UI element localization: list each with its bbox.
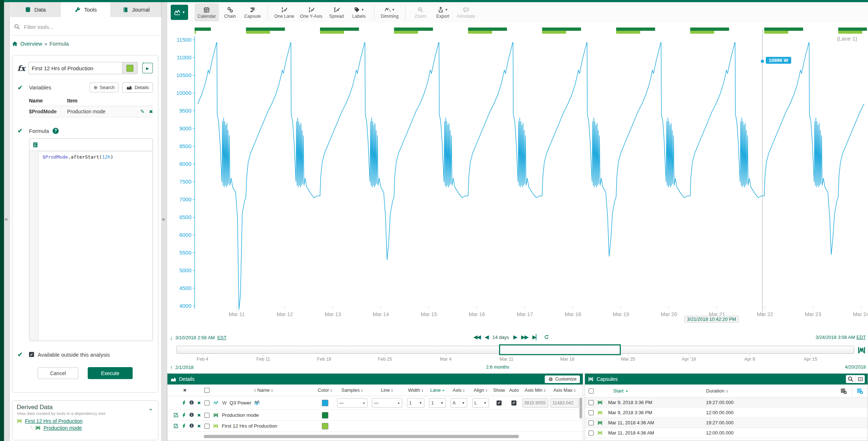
capsule-row[interactable]: Mar 11, 2018 4:36 AM 12:00:00.000	[585, 428, 868, 438]
details-col-min[interactable]: Axis Min▲▼	[521, 387, 549, 393]
tab-journal[interactable]: Journal	[111, 2, 161, 17]
breadcrumb-overview[interactable]: Overview	[20, 41, 42, 47]
capsules-collapse-icon[interactable]	[855, 375, 865, 383]
home-icon[interactable]	[12, 41, 18, 47]
step-forward-full-icon[interactable]: ▶▶	[521, 334, 528, 340]
remove-icon[interactable]: ✖	[197, 413, 201, 418]
row-checkbox[interactable]	[204, 413, 209, 418]
toolbar-capsule-button[interactable]: Capsule	[241, 3, 264, 21]
available-checkbox[interactable]: ✔	[29, 352, 34, 357]
edit-icon[interactable]	[173, 412, 179, 418]
step-to-end-icon[interactable]: ▶▏	[532, 334, 539, 340]
formula-name-input[interactable]	[28, 62, 122, 74]
collapse-sidebar-icon[interactable]: «	[162, 216, 165, 222]
left-collapse-gutter[interactable]: «	[4, 0, 10, 441]
axis-max-value[interactable]: 11483.042	[551, 398, 579, 408]
details-col-rowicons[interactable]: ✖	[167, 388, 202, 393]
add-stat-column-icon[interactable]	[857, 388, 863, 394]
item-name[interactable]: Production mode	[222, 412, 259, 418]
toolbar-chain-button[interactable]: Chain	[219, 3, 241, 21]
execute-button[interactable]: Execute	[88, 367, 133, 379]
stacked-waves-icon[interactable]	[254, 400, 260, 406]
remove-variable-icon[interactable]: ✖	[149, 109, 153, 114]
details-col-max[interactable]: Axis Max▲▼	[549, 387, 580, 393]
bolt-icon[interactable]	[181, 400, 187, 406]
toolbar-one-lane-button[interactable]: One Lane	[271, 3, 297, 21]
capsule-row[interactable]: Mar 9, 2018 3:36 PM 19:27:00.000	[585, 398, 868, 408]
show-checkbox[interactable]: ✔	[497, 400, 502, 406]
toolbar-calendar-button[interactable]: Calendar	[195, 3, 219, 21]
color-swatch[interactable]	[322, 400, 328, 406]
details-col-name[interactable]: ▲▼Name▲▼	[212, 387, 315, 393]
cancel-button[interactable]: Cancel	[38, 367, 78, 379]
details-col-color[interactable]: Color▲▼	[315, 387, 335, 393]
sidebar-collapse-gutter[interactable]: «	[161, 0, 167, 441]
trend-chart[interactable]: 1150011000105001000095009000850080007500…	[167, 22, 868, 332]
capsule-time-icon[interactable]	[857, 345, 867, 356]
select-all-checkbox[interactable]	[204, 388, 209, 393]
formula-code[interactable]: $ProdMode.afterStart(12h)	[39, 151, 117, 341]
bolt-icon[interactable]	[181, 412, 187, 418]
auto-checkbox[interactable]: ✔	[511, 400, 516, 406]
chevron-down-icon[interactable]: ⌄	[148, 405, 153, 412]
item-name[interactable]: First 12 Hrs of Production	[222, 423, 277, 429]
vertical-scrollbar[interactable]	[580, 398, 582, 419]
details-col-lane[interactable]: Lane▲	[427, 387, 448, 393]
capsule-checkbox[interactable]	[589, 400, 594, 405]
remove-all-icon[interactable]: ✖	[183, 388, 187, 393]
toolbar-export-button[interactable]: ▼Export	[432, 3, 454, 21]
details-col-line[interactable]: Line▲▼	[370, 387, 404, 393]
toolbar-labels-button[interactable]: ▼Labels	[348, 3, 370, 21]
edit-icon[interactable]	[173, 423, 179, 429]
color-swatch[interactable]	[322, 412, 328, 419]
info-icon[interactable]	[189, 423, 195, 429]
color-swatch-button[interactable]	[122, 62, 138, 74]
select-all-checkbox[interactable]	[589, 388, 594, 394]
capsule-checkbox[interactable]	[589, 430, 594, 436]
derived-item-link[interactable]: Production mode	[43, 425, 82, 431]
help-icon[interactable]: ?	[53, 128, 59, 134]
view-mode-dropdown[interactable]: ▼	[171, 5, 188, 20]
capsule-checkbox[interactable]	[589, 410, 594, 415]
customize-button[interactable]: Customize	[545, 375, 580, 383]
variables-search-button[interactable]: ⊕ Search	[90, 83, 119, 92]
step-back-full-icon[interactable]: ◀◀	[473, 334, 480, 340]
capsule-row[interactable]: Mar 11, 2018 4:36 AM 19:27:00.000	[585, 418, 868, 428]
sort-asc-icon[interactable]: ▲	[626, 389, 628, 392]
scrub-start-arrow-icon[interactable]: ↑	[170, 364, 173, 370]
toolbar-one-y-axis-button[interactable]: One Y-Axis	[297, 3, 325, 21]
capsules-col-duration[interactable]: Duration	[706, 388, 724, 394]
range-end-timezone[interactable]: EDT	[856, 335, 866, 340]
range-start-arrow-icon[interactable]: ↓	[170, 335, 173, 341]
scrubber-selection[interactable]	[499, 344, 621, 355]
details-col-width[interactable]: Width▲▼	[404, 387, 427, 393]
capsules-zoom-icon[interactable]	[846, 375, 855, 383]
info-icon[interactable]	[189, 400, 195, 406]
toolbar-spread-button[interactable]: Spread	[325, 3, 348, 21]
tab-data[interactable]: Data	[10, 2, 61, 17]
formula-doc-icon[interactable]	[32, 142, 38, 148]
formula-editor[interactable]: $ProdMode.afterStart(12h)	[29, 138, 153, 341]
item-name[interactable]: Q3 Power	[229, 400, 251, 406]
details-col-auto[interactable]: Auto	[507, 387, 521, 393]
remove-icon[interactable]: ✖	[197, 424, 201, 429]
axis-min-value[interactable]: 3815.9055	[522, 398, 548, 408]
variables-details-button[interactable]: Details	[122, 82, 153, 93]
horizontal-scrollbar[interactable]	[204, 435, 519, 438]
tab-tools[interactable]: Tools	[61, 2, 111, 17]
details-col-axis[interactable]: Axis▲▼	[448, 387, 470, 393]
filter-tools-search[interactable]: Filter tools...	[10, 17, 161, 35]
refresh-icon[interactable]	[544, 334, 549, 340]
derived-item-link[interactable]: First 12 Hrs of Production	[25, 418, 83, 424]
bolt-icon[interactable]	[181, 423, 187, 429]
details-col-cb[interactable]	[202, 388, 212, 393]
step-back-half-icon[interactable]: ◀	[485, 334, 488, 340]
capsule-row[interactable]: Mar 9, 2018 3:36 PM 12:00:00.000	[585, 408, 868, 418]
step-forward-half-icon[interactable]: ▶	[513, 334, 517, 340]
details-col-align[interactable]: Align▲▼	[470, 387, 491, 393]
edit-variable-icon[interactable]: ✎	[140, 109, 145, 114]
collapse-left-icon[interactable]: «	[5, 216, 8, 222]
details-col-samples[interactable]: Samples▲▼	[335, 387, 370, 393]
capsule-checkbox[interactable]	[589, 420, 594, 425]
row-checkbox[interactable]	[204, 424, 209, 429]
